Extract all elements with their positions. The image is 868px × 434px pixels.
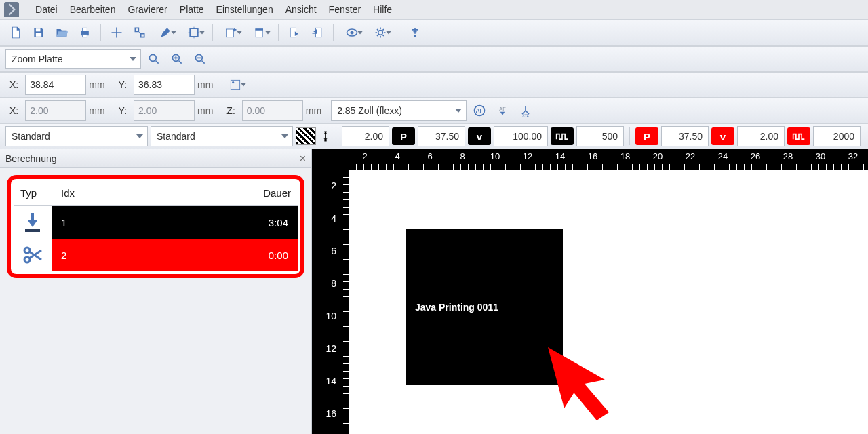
svg-point-14 (414, 35, 416, 37)
y-field[interactable]: 36.83 (134, 75, 195, 95)
ruler-tick: 24 (718, 151, 728, 161)
lens-combo-label: 2.85 Zoll (flexx) (337, 105, 402, 116)
menu-window[interactable]: Fenster (329, 4, 361, 15)
menu-engraver[interactable]: Gravierer (127, 4, 167, 15)
calculation-table: Typ Idx Dauer 1 3:04 (14, 182, 298, 271)
visibility-icon[interactable] (339, 22, 365, 43)
snap-icon[interactable] (130, 22, 150, 43)
layer-add-icon[interactable] (218, 22, 244, 43)
work-area: Berechnung × Typ Idx Dauer (0, 149, 868, 434)
ruler-tick: 28 (783, 151, 793, 161)
table-row[interactable]: 2 0:00 (14, 239, 298, 271)
hatch-icon (296, 127, 316, 145)
transform-icon[interactable] (181, 22, 207, 43)
hatch-value[interactable]: 2.00 (342, 126, 389, 146)
autofocus-icon[interactable]: AF (469, 100, 490, 121)
menu-plate[interactable]: Platte (180, 4, 204, 15)
power-red-icon: P (635, 127, 658, 145)
save-icon[interactable] (28, 22, 49, 43)
gear-icon[interactable] (368, 22, 393, 43)
ruler-vertical: 246810121416 (312, 170, 349, 434)
row-idx: 1 (61, 217, 66, 229)
engrave-icon (14, 206, 52, 239)
svg-point-15 (149, 54, 156, 61)
speed-black-value[interactable]: 100.00 (494, 126, 548, 146)
canvas[interactable]: 2468101214161820222426283032 24681012141… (312, 149, 868, 434)
material-combo[interactable]: Standard (5, 126, 148, 146)
ruler-tick: 12 (523, 151, 532, 161)
freq-red-value[interactable]: 2000 (813, 126, 861, 146)
freq-black-value[interactable]: 500 (576, 126, 624, 146)
process-combo[interactable]: Standard (151, 126, 293, 146)
main-toolbar (0, 19, 868, 46)
y-label: Y: (115, 79, 131, 90)
align-icon[interactable] (106, 22, 127, 43)
job-label: Java Printing 0011 (415, 302, 498, 313)
highlight-box: Typ Idx Dauer 1 3:04 (7, 175, 304, 278)
svg-point-12 (351, 31, 354, 35)
menu-view[interactable]: Ansicht (285, 4, 317, 15)
separator (629, 127, 630, 145)
ruler-tick: 4 (331, 213, 336, 224)
svg-point-13 (378, 31, 383, 35)
import-icon[interactable] (284, 22, 304, 43)
y2-value: 2.00 (138, 105, 157, 116)
open-icon[interactable] (52, 22, 72, 43)
svg-rect-18 (231, 80, 240, 89)
y2-field: 2.00 (134, 100, 195, 121)
separator (333, 24, 334, 41)
scissors-icon (14, 239, 52, 271)
menu-bar: DDateiatei Bearbeiten Gravierer Platte E… (0, 0, 868, 19)
y-unit: mm (197, 79, 220, 90)
speed-red-icon: v (711, 127, 734, 145)
process-combo-label: Standard (157, 131, 195, 142)
lens-combo[interactable]: 2.85 Zoll (flexx) (331, 100, 467, 121)
zoom-combo[interactable]: Zoom Platte (5, 49, 141, 69)
menu-settings[interactable]: Einstellungen (216, 4, 273, 15)
artwork-area[interactable]: Java Printing 0011 (349, 170, 868, 434)
svg-rect-4 (83, 35, 87, 37)
origin-icon[interactable] (222, 75, 248, 95)
pen-icon[interactable] (153, 22, 178, 43)
x2-field: 2.00 (25, 100, 86, 121)
laser-icon[interactable] (405, 22, 425, 43)
menu-edit[interactable]: Bearbeiten (70, 4, 116, 15)
ruler-tick: 2 (362, 151, 367, 161)
svg-point-19 (232, 81, 234, 83)
z2-field: 0.00 (242, 100, 303, 121)
zoom-in-icon[interactable] (167, 49, 187, 69)
svg-rect-6 (226, 29, 233, 37)
material-combo-label: Standard (12, 131, 50, 142)
svg-rect-24 (25, 229, 40, 232)
ruler-tick: 14 (326, 376, 336, 387)
xyz-home-icon[interactable]: XYZ (515, 100, 536, 121)
zoom-fit-icon[interactable] (144, 49, 164, 69)
separator (278, 24, 279, 41)
close-icon[interactable]: × (300, 153, 306, 165)
ruler-tick: 2 (331, 180, 336, 191)
svg-text:AF: AF (476, 107, 484, 114)
menu-file[interactable]: DDateiatei (35, 4, 58, 15)
ruler-tick: 6 (427, 151, 432, 161)
svg-rect-1 (36, 33, 41, 37)
power-red-value[interactable]: 37.50 (661, 126, 709, 146)
x-field[interactable]: 38.84 (25, 75, 86, 95)
focus-down-icon[interactable]: AF (492, 100, 513, 121)
speed-red-value[interactable]: 2.00 (737, 126, 785, 146)
menu-help[interactable]: Hilfe (373, 4, 392, 15)
svg-rect-3 (83, 28, 87, 31)
zoom-out-icon[interactable] (190, 49, 210, 69)
ruler-tick: 10 (490, 151, 500, 161)
svg-rect-0 (36, 28, 41, 31)
separator (399, 24, 399, 41)
ruler-tick: 18 (620, 151, 630, 161)
layer-delete-icon[interactable] (247, 22, 273, 43)
export-icon[interactable] (307, 22, 328, 43)
power-black-value[interactable]: 37.50 (418, 126, 465, 146)
col-idx: Idx (54, 182, 95, 206)
new-icon[interactable] (5, 22, 26, 43)
table-row[interactable]: 1 3:04 (14, 206, 298, 239)
print-icon[interactable] (75, 22, 95, 43)
y2-unit: mm (197, 105, 220, 116)
ruler-tick: 20 (653, 151, 663, 161)
